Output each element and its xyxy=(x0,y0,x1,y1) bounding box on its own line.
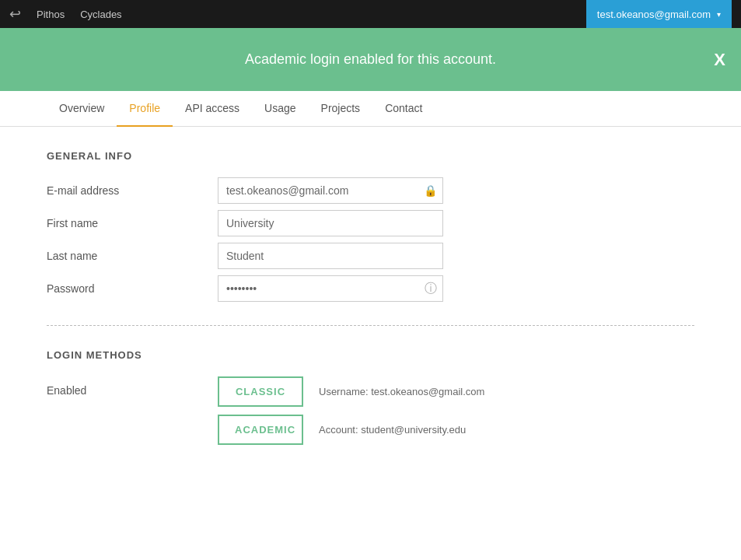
enabled-label: Enabled xyxy=(47,376,218,397)
subnav-item-api-access[interactable]: API access xyxy=(173,91,252,126)
banner-message: Academic login enabled for this account. xyxy=(245,51,496,67)
academic-login-banner: Academic login enabled for this account.… xyxy=(0,28,741,91)
login-methods-row: Enabled CLASSIC Username: test.okeanos@g… xyxy=(47,376,694,445)
subnav-item-contact[interactable]: Contact xyxy=(372,91,435,126)
section-divider xyxy=(47,325,694,326)
banner-close-button[interactable]: X xyxy=(714,50,725,70)
classic-method-info: Username: test.okeanos@gmail.com xyxy=(319,386,484,397)
lastname-row: Last name xyxy=(47,243,694,269)
topbar-link-pithos[interactable]: Pithos xyxy=(37,9,65,20)
email-row: E-mail address 🔒 xyxy=(47,177,694,204)
email-input-wrap: 🔒 xyxy=(218,177,443,204)
login-methods-section-title: LOGIN METHODS xyxy=(47,349,694,361)
email-input[interactable] xyxy=(218,177,443,204)
password-input[interactable] xyxy=(218,275,443,302)
back-icon[interactable]: ↩ xyxy=(9,5,21,23)
academic-method-info: Account: student@university.edu xyxy=(319,424,466,436)
general-info-section-title: GENERAL INFO xyxy=(47,150,694,162)
firstname-label: First name xyxy=(47,217,218,229)
firstname-input[interactable] xyxy=(218,210,443,236)
lastname-input-wrap xyxy=(218,243,443,269)
subnav-item-usage[interactable]: Usage xyxy=(252,91,308,126)
topbar-user-menu[interactable]: test.okeanos@gmail.com ▾ xyxy=(586,0,732,28)
password-label: Password xyxy=(47,282,218,295)
academic-method-button[interactable]: ACADEMIC xyxy=(218,415,303,445)
email-label: E-mail address xyxy=(47,184,218,197)
subnav-item-overview[interactable]: Overview xyxy=(47,91,117,126)
subnav-item-profile[interactable]: Profile xyxy=(117,91,173,127)
info-icon: ⓘ xyxy=(425,281,437,297)
lastname-input[interactable] xyxy=(218,243,443,269)
firstname-row: First name xyxy=(47,210,694,236)
classic-method-button[interactable]: CLASSIC xyxy=(218,376,303,407)
topbar-user-email: test.okeanos@gmail.com xyxy=(597,9,711,20)
topbar: ↩ Pithos Cyclades test.okeanos@gmail.com… xyxy=(0,0,741,28)
subnav: Overview Profile API access Usage Projec… xyxy=(0,91,741,127)
topbar-chevron-icon: ▾ xyxy=(717,10,721,19)
lock-icon: 🔒 xyxy=(424,184,437,197)
firstname-input-wrap xyxy=(218,210,443,236)
login-methods-list: CLASSIC Username: test.okeanos@gmail.com… xyxy=(218,376,484,445)
classic-method-row: CLASSIC Username: test.okeanos@gmail.com xyxy=(218,376,484,407)
academic-method-row: ACADEMIC Account: student@university.edu xyxy=(218,415,484,445)
lastname-label: Last name xyxy=(47,250,218,262)
topbar-link-cyclades[interactable]: Cyclades xyxy=(80,9,121,20)
main-content: GENERAL INFO E-mail address 🔒 First name… xyxy=(0,127,741,468)
subnav-item-projects[interactable]: Projects xyxy=(309,91,373,126)
password-input-wrap: ⓘ xyxy=(218,275,443,302)
password-row: Password ⓘ xyxy=(47,275,694,302)
